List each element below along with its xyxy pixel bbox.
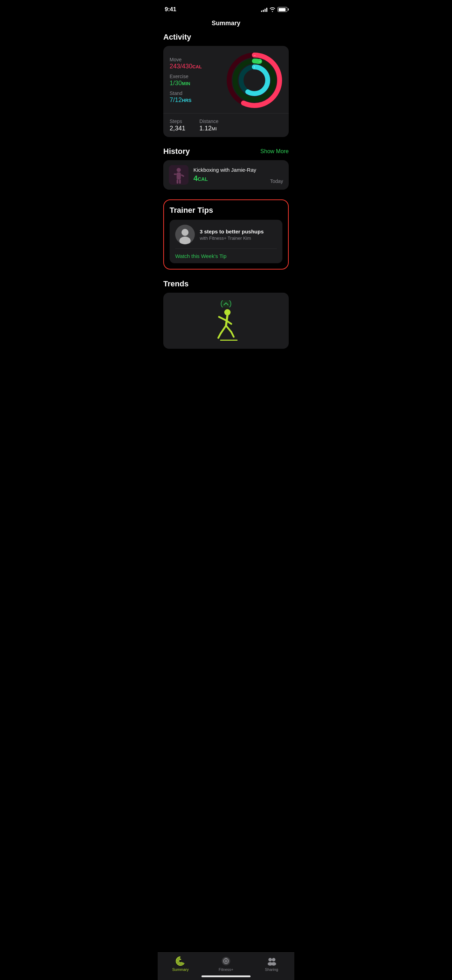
svg-point-20 bbox=[181, 229, 188, 236]
watch-tip-button[interactable]: Watch this Week's Tip bbox=[170, 249, 282, 263]
activity-section: Activity Move 243/430CAL Exercise bbox=[163, 33, 289, 137]
trainer-tip-title: 3 steps to better pushups bbox=[200, 229, 264, 234]
svg-rect-17 bbox=[177, 180, 178, 184]
battery-icon bbox=[277, 7, 287, 12]
trends-chevron-icon bbox=[220, 301, 232, 307]
history-thumbnail bbox=[169, 165, 188, 185]
svg-line-28 bbox=[218, 333, 221, 338]
exercise-value: 1/30MIN bbox=[170, 80, 202, 87]
exercise-stat: Exercise 1/30MIN bbox=[170, 73, 202, 87]
wifi-icon bbox=[269, 7, 275, 12]
distance-label: Distance bbox=[199, 118, 218, 124]
trends-figure bbox=[212, 301, 240, 341]
history-date: Today bbox=[270, 178, 283, 185]
activity-card: Move 243/430CAL Exercise 1/30MIN bbox=[163, 46, 289, 137]
history-card[interactable]: Kickboxing with Jamie-Ray 4CAL Today bbox=[163, 160, 289, 189]
trainer-card[interactable]: 3 steps to better pushups with Fitness+ … bbox=[170, 220, 282, 263]
activity-section-header: Activity bbox=[163, 33, 289, 42]
trends-line bbox=[220, 340, 237, 341]
svg-rect-15 bbox=[174, 173, 177, 175]
svg-point-22 bbox=[221, 301, 231, 307]
trends-section: Trends bbox=[163, 279, 289, 349]
signal-icon bbox=[261, 7, 267, 12]
trainer-tips-section: Trainer Tips 3 steps to better pushups w… bbox=[163, 199, 289, 269]
steps-label: Steps bbox=[170, 118, 185, 124]
stand-value: 7/12HRS bbox=[170, 96, 202, 104]
status-icons bbox=[261, 7, 287, 12]
activity-stats: Move 243/430CAL Exercise 1/30MIN bbox=[170, 57, 202, 104]
stand-stat: Stand 7/12HRS bbox=[170, 91, 202, 104]
status-bar: 9:41 bbox=[158, 0, 294, 17]
svg-line-27 bbox=[221, 326, 226, 333]
history-title: Kickboxing with Jamie-Ray bbox=[193, 167, 265, 173]
svg-text:→: → bbox=[253, 53, 256, 57]
steps-stat: Steps 2,341 bbox=[170, 118, 185, 132]
history-header-row: History Show More bbox=[163, 147, 289, 156]
svg-line-29 bbox=[226, 326, 231, 332]
scroll-content: Summary Activity Move 243/430CAL Exercis… bbox=[158, 17, 294, 394]
page-title: Summary bbox=[163, 17, 289, 33]
trainer-tips-header: Trainer Tips bbox=[170, 206, 282, 215]
svg-rect-18 bbox=[179, 180, 181, 184]
move-value: 243/430CAL bbox=[170, 63, 202, 70]
svg-text:↑: ↑ bbox=[254, 65, 255, 69]
trainer-item: 3 steps to better pushups with Fitness+ … bbox=[170, 220, 282, 248]
history-info: Kickboxing with Jamie-Ray 4CAL bbox=[193, 167, 265, 183]
move-label: Move bbox=[170, 57, 202, 62]
history-item[interactable]: Kickboxing with Jamie-Ray 4CAL Today bbox=[163, 160, 289, 189]
history-section: History Show More bbox=[163, 147, 289, 189]
distance-stat: Distance 1.12MI bbox=[199, 118, 218, 132]
status-time: 9:41 bbox=[165, 6, 176, 13]
show-more-button[interactable]: Show More bbox=[260, 148, 289, 154]
svg-line-25 bbox=[219, 317, 226, 320]
trainer-avatar bbox=[175, 225, 195, 244]
trends-card bbox=[163, 293, 289, 349]
move-stat: Move 243/430CAL bbox=[170, 57, 202, 70]
svg-line-30 bbox=[231, 332, 234, 337]
walking-figure-icon bbox=[212, 308, 240, 341]
svg-rect-14 bbox=[177, 172, 181, 180]
history-section-header: History bbox=[163, 147, 190, 156]
steps-value: 2,341 bbox=[170, 125, 185, 132]
trainer-tip-subtitle: with Fitness+ Trainer Kim bbox=[200, 235, 264, 241]
exercise-label: Exercise bbox=[170, 73, 202, 79]
activity-rings: → → ↑ bbox=[226, 52, 282, 108]
svg-point-13 bbox=[177, 168, 181, 172]
trainer-info: 3 steps to better pushups with Fitness+ … bbox=[200, 229, 264, 241]
activity-bottom: Steps 2,341 Distance 1.12MI bbox=[163, 113, 289, 137]
activity-main: Move 243/430CAL Exercise 1/30MIN bbox=[163, 46, 289, 113]
distance-value: 1.12MI bbox=[199, 125, 218, 132]
trends-section-header: Trends bbox=[163, 279, 289, 288]
stand-label: Stand bbox=[170, 91, 202, 96]
svg-text:→: → bbox=[258, 60, 261, 64]
history-cal: 4CAL bbox=[193, 174, 265, 183]
